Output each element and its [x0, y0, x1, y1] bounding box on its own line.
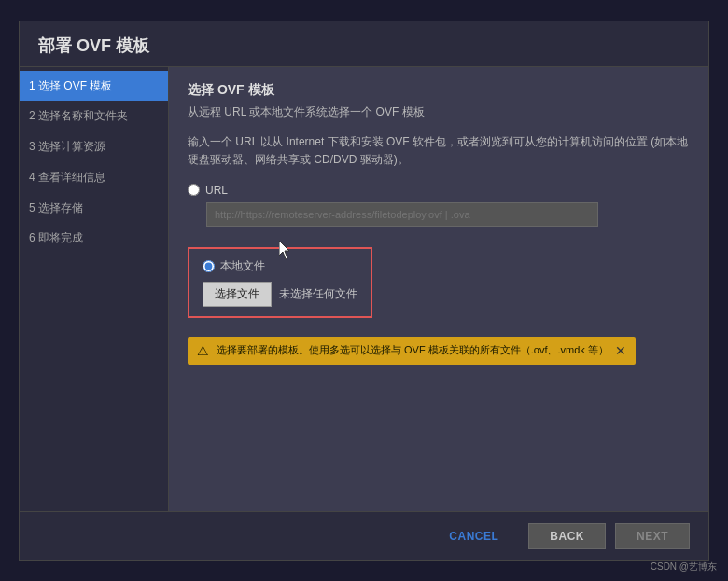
sidebar-item-step1[interactable]: 1 选择 OVF 模板 — [20, 71, 168, 102]
sidebar-item-step2[interactable]: 2 选择名称和文件夹 — [20, 101, 168, 131]
section-desc: 输入一个 URL 以从 Internet 下载和安装 OVF 软件包，或者浏览到… — [188, 133, 690, 169]
next-button[interactable]: NEXT — [615, 523, 690, 549]
back-button[interactable]: BACK — [528, 523, 606, 549]
local-file-radio-text: 本地文件 — [220, 258, 265, 274]
deploy-ovf-dialog: 部署 OVF 模板 1 选择 OVF 模板 2 选择名称和文件夹 3 选择计算资… — [19, 21, 709, 561]
url-input[interactable] — [206, 202, 598, 227]
main-content: 选择 OVF 模板 从远程 URL 或本地文件系统选择一个 OVF 模板 输入一… — [169, 67, 708, 511]
sidebar-item-step3[interactable]: 3 选择计算资源 — [20, 131, 168, 162]
local-file-radio-label[interactable]: 本地文件 — [203, 258, 265, 274]
warning-text: 选择要部署的模板。使用多选可以选择与 OVF 模板关联的所有文件（.ovf、.v… — [217, 343, 609, 357]
url-radio-group: URL — [188, 184, 690, 240]
warning-close-icon[interactable]: ✕ — [615, 343, 626, 358]
local-file-radio[interactable] — [203, 260, 215, 272]
sidebar-item-step4[interactable]: 4 查看详细信息 — [20, 162, 168, 193]
select-file-button[interactable]: 选择文件 — [203, 282, 272, 307]
dialog-title: 部署 OVF 模板 — [20, 21, 708, 67]
url-radio-label[interactable]: URL — [188, 184, 690, 197]
dialog-footer: CANCEL BACK NEXT — [20, 511, 708, 560]
watermark: CSDN @艺博东 — [651, 560, 717, 574]
local-file-section: 本地文件 选择文件 未选择任何文件 — [188, 247, 372, 318]
section-subtitle: 从远程 URL 或本地文件系统选择一个 OVF 模板 — [188, 104, 690, 120]
sidebar: 1 选择 OVF 模板 2 选择名称和文件夹 3 选择计算资源 4 查看详细信息… — [20, 67, 169, 511]
sidebar-item-step5[interactable]: 5 选择存储 — [20, 193, 168, 224]
warning-icon: ⚠ — [197, 343, 209, 358]
section-title: 选择 OVF 模板 — [188, 82, 690, 99]
no-file-label: 未选择任何文件 — [279, 286, 357, 302]
local-file-row: 本地文件 — [203, 258, 357, 274]
dialog-body: 1 选择 OVF 模板 2 选择名称和文件夹 3 选择计算资源 4 查看详细信息… — [20, 67, 708, 511]
sidebar-item-step6[interactable]: 6 即将完成 — [20, 223, 168, 254]
url-radio-text: URL — [205, 184, 228, 197]
warning-box: ⚠ 选择要部署的模板。使用多选可以选择与 OVF 模板关联的所有文件（.ovf、… — [188, 337, 636, 365]
url-radio[interactable] — [188, 184, 200, 196]
cancel-button[interactable]: CANCEL — [428, 524, 519, 548]
